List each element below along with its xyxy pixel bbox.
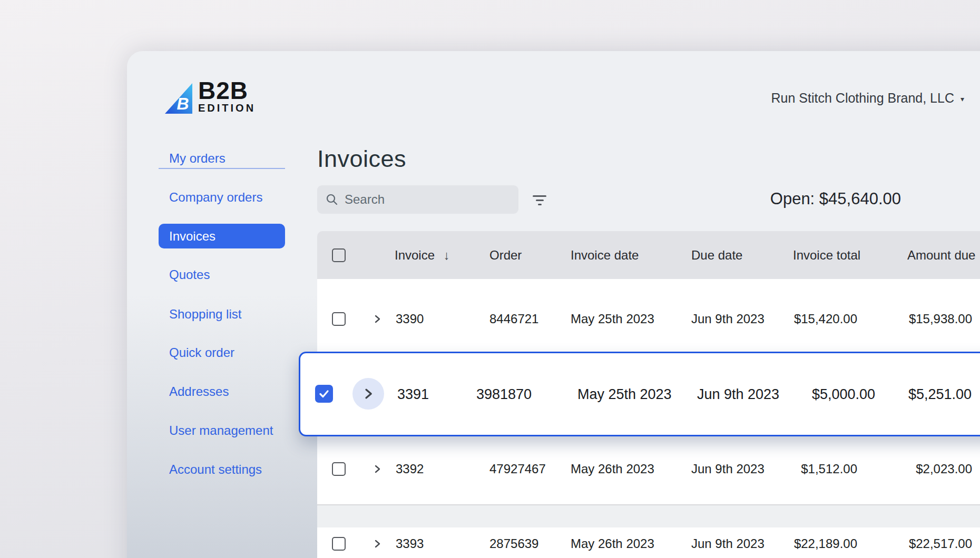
cell-invoice-total: $22,189.00 — [765, 536, 857, 552]
cell-amount-due: $22,517.00 — [881, 536, 972, 552]
sidebar-item-quotes[interactable]: Quotes — [159, 264, 285, 285]
cell-invoice-date: May 26th 2023 — [571, 536, 654, 552]
checkmark-icon — [318, 387, 330, 400]
column-header-due-date[interactable]: Due date — [691, 247, 742, 264]
svg-text:B: B — [177, 94, 189, 113]
chevron-down-icon: ▾ — [961, 93, 964, 103]
search-icon — [326, 193, 338, 206]
sidebar-item-account-settings[interactable]: Account settings — [159, 459, 285, 480]
cell-due-date: Jun 9th 2023 — [691, 461, 765, 477]
cell-order: 8446721 — [489, 311, 538, 327]
sort-desc-icon[interactable]: ↓ — [438, 248, 450, 262]
cell-invoice-date: May 26th 2023 — [571, 461, 654, 477]
cell-amount-due: $5,251.00 — [908, 386, 972, 403]
cell-due-date: Jun 9th 2023 — [697, 386, 779, 403]
expand-chevron-icon — [361, 387, 375, 401]
cell-invoice-total: $15,420.00 — [765, 311, 857, 327]
cell-invoice: 3393 — [396, 536, 424, 552]
cell-order: 2875639 — [489, 536, 538, 552]
sidebar-item-addresses[interactable]: Addresses — [159, 381, 285, 402]
select-all-checkbox[interactable] — [332, 248, 346, 262]
cell-order: 3981870 — [476, 386, 532, 403]
brand-edition: EDITION — [198, 101, 256, 115]
row-checkbox-3391-checked[interactable] — [315, 385, 333, 403]
cell-order: 47927467 — [489, 461, 546, 477]
page-title: Invoices — [317, 145, 406, 173]
brand-logo: B B2B EDITION — [165, 80, 256, 115]
expand-chevron-button[interactable] — [352, 378, 384, 410]
column-header-invoice-date[interactable]: Invoice date — [571, 247, 639, 264]
filter-icon[interactable] — [527, 190, 552, 211]
cell-invoice-total: $1,512.00 — [765, 461, 857, 477]
column-header-order[interactable]: Order — [489, 247, 522, 264]
selected-table-row[interactable]: 3391 3981870 May 25th 2023 Jun 9th 2023 … — [299, 352, 980, 436]
b2b-triangle-icon: B — [165, 83, 192, 114]
open-total: Open: $45,640.00 — [685, 190, 901, 208]
row-checkbox-3393[interactable] — [332, 537, 346, 551]
cell-invoice-date: May 25th 2023 — [577, 386, 672, 403]
cell-invoice: 3390 — [396, 311, 424, 327]
sidebar-item-user-management[interactable]: User management — [159, 420, 285, 441]
row-gap — [317, 505, 980, 527]
row-checkbox-3390[interactable] — [332, 312, 346, 326]
cell-invoice: 3392 — [396, 461, 424, 477]
row-checkbox-3392[interactable] — [332, 462, 346, 476]
cell-amount-due: $15,938.00 — [881, 311, 972, 327]
page-background: B B2B EDITION Run Stitch Clothing Brand,… — [0, 0, 980, 558]
expand-chevron-icon[interactable] — [372, 314, 383, 324]
brand-name: B2B — [198, 80, 256, 101]
cell-invoice-total: $5,000.00 — [812, 386, 875, 403]
column-header-invoice[interactable]: Invoice ↓ — [395, 247, 450, 264]
sidebar-item-company-orders[interactable]: Company orders — [159, 187, 285, 208]
search-input[interactable] — [345, 192, 510, 207]
sidebar-item-quick-order[interactable]: Quick order — [159, 342, 285, 363]
cell-invoice-date: May 25th 2023 — [571, 311, 654, 327]
sidebar-divider — [159, 168, 285, 169]
expand-chevron-icon[interactable] — [372, 539, 383, 549]
expand-chevron-icon[interactable] — [372, 464, 383, 474]
sidebar-item-my-orders[interactable]: My orders — [159, 148, 285, 169]
column-header-amount-due[interactable]: Amount due — [907, 247, 975, 264]
cell-invoice: 3391 — [397, 386, 429, 403]
company-selector[interactable]: Run Stitch Clothing Brand, LLC ▾ — [771, 91, 964, 106]
cell-due-date: Jun 9th 2023 — [691, 311, 765, 327]
sidebar-item-invoices[interactable]: Invoices — [159, 224, 285, 248]
cell-amount-due: $2,023.00 — [881, 461, 972, 477]
cell-due-date: Jun 9th 2023 — [691, 536, 765, 552]
table-header-row: Invoice ↓ Order Invoice date Due date In… — [317, 231, 980, 279]
column-header-invoice-total[interactable]: Invoice total — [793, 247, 860, 264]
search-box[interactable] — [317, 185, 518, 214]
company-name: Run Stitch Clothing Brand, LLC — [771, 91, 954, 106]
sidebar-item-shopping-list[interactable]: Shopping list — [159, 304, 285, 325]
